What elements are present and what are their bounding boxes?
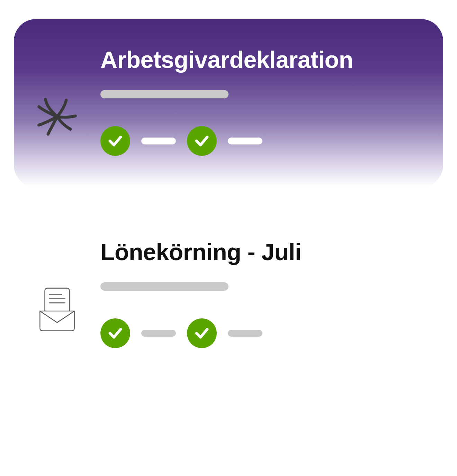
card-arbetsgivardeklaration[interactable]: Arbetsgivardeklaration (14, 19, 443, 187)
swirl-icon (35, 94, 80, 139)
card-title: Lönekörning - Juli (100, 239, 422, 265)
check-icon (100, 126, 130, 156)
check-icon (100, 318, 130, 348)
check-icon (187, 318, 217, 348)
card-body: Lönekörning - Juli (100, 239, 422, 348)
step-dash (141, 138, 176, 144)
card-body: Arbetsgivardeklaration (100, 47, 422, 156)
step-dash (228, 138, 262, 144)
placeholder-bar (100, 90, 228, 98)
check-icon (187, 126, 217, 156)
envelope-document-icon (35, 287, 80, 332)
card-lonekorning[interactable]: Lönekörning - Juli (14, 225, 443, 379)
step-dash (141, 330, 176, 337)
step-dash (228, 330, 262, 337)
card-title: Arbetsgivardeklaration (100, 47, 422, 73)
steps-row (100, 126, 422, 156)
steps-row (100, 318, 422, 348)
placeholder-bar (100, 282, 228, 291)
